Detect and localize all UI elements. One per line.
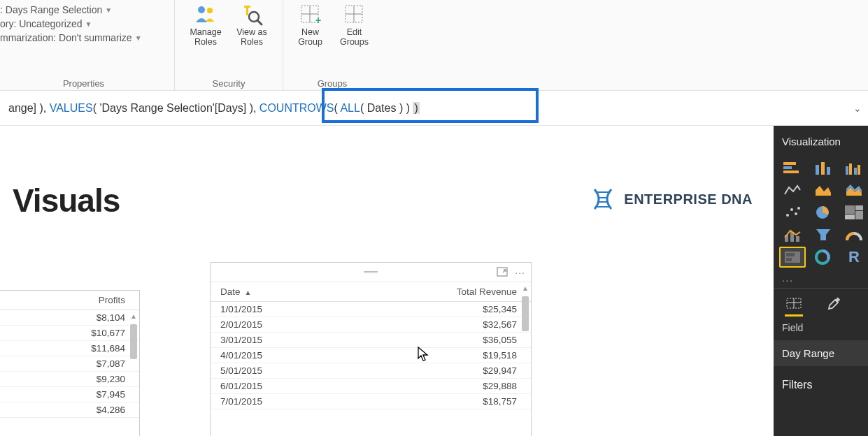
combo-chart-icon[interactable] <box>779 224 806 245</box>
scrollbar[interactable]: ▲ <box>521 284 529 436</box>
filters-header: Filters <box>774 366 868 397</box>
table-row[interactable]: 1/01/2015$25,345 <box>211 302 531 317</box>
report-canvas[interactable]: Visuals ENTERPRISE DNA Profits $8,104$10… <box>0 126 774 436</box>
r-visual-icon[interactable]: R <box>841 247 867 268</box>
table-row[interactable]: $7,087 <box>0 356 139 372</box>
caret-down-icon: ▼ <box>105 6 112 14</box>
formula-bar[interactable]: ange] ), VALUES( 'Days Range Selection'[… <box>0 91 868 126</box>
donut-chart-icon[interactable] <box>810 247 837 268</box>
stacked-bar-icon[interactable] <box>779 157 806 178</box>
svg-rect-50 <box>834 297 840 303</box>
ribbon: : Days Range Selection▼ ory: Uncategoriz… <box>0 0 868 91</box>
view-as-roles-icon <box>240 3 264 27</box>
fields-tab[interactable] <box>783 294 804 312</box>
sort-asc-icon: ▲ <box>245 289 252 296</box>
svg-rect-7 <box>310 6 318 14</box>
column-header-profits[interactable]: Profits <box>0 291 139 310</box>
table-row[interactable]: 5/01/2015$29,947 <box>211 363 531 379</box>
scroll-up-icon[interactable]: ▲ <box>521 284 529 293</box>
new-group-button[interactable]: + New Group <box>290 3 330 48</box>
column-header-revenue[interactable]: Total Revenue <box>342 282 531 302</box>
svg-point-32 <box>790 208 793 211</box>
clustered-column-icon[interactable] <box>841 157 867 178</box>
visualization-gallery: R <box>774 156 868 272</box>
table-row[interactable]: $11,684 <box>0 341 139 356</box>
svg-rect-12 <box>354 6 362 14</box>
group-label-properties: Properties <box>0 75 167 89</box>
caret-down-icon: ▼ <box>85 20 92 28</box>
svg-point-34 <box>797 207 800 210</box>
svg-rect-11 <box>346 6 354 14</box>
visualizations-header: Visualization <box>774 126 868 156</box>
svg-point-31 <box>786 214 789 217</box>
manage-roles-icon <box>194 3 218 27</box>
stacked-column-icon[interactable] <box>810 157 837 178</box>
visualizations-pane: Visualization R ... <box>774 126 868 436</box>
svg-rect-28 <box>849 164 852 175</box>
svg-rect-25 <box>821 162 825 175</box>
edit-groups-button[interactable]: Edit Groups <box>334 3 374 48</box>
svg-rect-44 <box>786 253 795 256</box>
brand-logo: ENTERPRISE DNA <box>589 185 753 213</box>
view-as-roles-button[interactable]: View as Roles <box>231 3 273 48</box>
svg-rect-8 <box>301 14 310 22</box>
scrollbar[interactable]: ▲ <box>129 312 138 436</box>
table-row[interactable]: 4/01/2015$19,518 <box>211 348 531 363</box>
field-well-value[interactable]: Day Range <box>774 340 868 366</box>
table-row[interactable]: $8,104 <box>0 310 139 326</box>
stacked-area-icon[interactable] <box>841 180 867 201</box>
format-tab[interactable] <box>823 294 844 312</box>
line-chart-icon[interactable] <box>779 180 806 201</box>
dna-icon <box>589 185 617 213</box>
area-chart-icon[interactable] <box>810 180 837 201</box>
drag-grip-icon[interactable] <box>364 271 378 273</box>
table-row[interactable]: $4,286 <box>0 402 139 418</box>
profits-table-visual[interactable]: Profits $8,104$10,677$11,684$7,087$9,230… <box>0 290 140 436</box>
svg-rect-23 <box>783 170 799 173</box>
slicer-icon[interactable] <box>779 247 806 268</box>
table-row[interactable]: 6/01/2015$29,888 <box>211 379 531 394</box>
svg-rect-36 <box>845 205 855 214</box>
svg-line-5 <box>257 20 262 24</box>
column-header-date[interactable]: Date▲ <box>211 282 342 302</box>
svg-rect-26 <box>827 167 830 175</box>
revenue-table-visual[interactable]: ··· Date▲ Total Revenue 1/01/2015$25,345… <box>210 262 532 436</box>
more-options-icon[interactable]: ··· <box>515 267 525 278</box>
new-group-icon: + <box>299 3 322 27</box>
svg-point-0 <box>198 6 205 13</box>
svg-rect-37 <box>855 205 863 210</box>
svg-rect-24 <box>816 165 819 175</box>
table-row[interactable]: $9,230 <box>0 372 139 387</box>
table-row[interactable]: $10,677 <box>0 326 139 341</box>
focus-mode-icon[interactable] <box>497 267 508 278</box>
pie-chart-icon[interactable] <box>810 202 837 223</box>
svg-rect-29 <box>854 168 857 175</box>
svg-rect-38 <box>855 211 863 219</box>
svg-rect-42 <box>796 236 799 242</box>
gauge-icon[interactable] <box>841 224 867 245</box>
caret-down-icon: ▼ <box>135 34 142 42</box>
funnel-icon[interactable] <box>810 224 837 245</box>
table-row[interactable]: 2/01/2015$32,567 <box>211 317 531 333</box>
table-row[interactable]: 7/01/2015$18,757 <box>211 394 531 409</box>
more-visuals-button[interactable]: ... <box>774 272 868 288</box>
page-title: Visuals <box>13 182 120 219</box>
group-label-groups: Groups <box>290 75 374 89</box>
scroll-up-icon[interactable]: ▲ <box>129 312 138 321</box>
svg-rect-3 <box>244 6 250 8</box>
formula-expand-button[interactable]: ⌄ <box>847 103 868 114</box>
table-row[interactable]: $7,945 <box>0 387 139 402</box>
treemap-icon[interactable] <box>841 202 867 223</box>
data-category-row[interactable]: ory: Uncategorized▼ <box>0 18 167 29</box>
manage-roles-button[interactable]: Manage Roles <box>185 3 227 48</box>
scatter-chart-icon[interactable] <box>779 202 806 223</box>
svg-point-1 <box>207 8 213 13</box>
svg-rect-45 <box>786 258 792 261</box>
table-row[interactable]: 3/01/2015$36,055 <box>211 333 531 348</box>
svg-point-33 <box>795 212 797 215</box>
scroll-thumb[interactable] <box>130 324 137 359</box>
svg-rect-6 <box>301 6 310 14</box>
summarization-row[interactable]: mmarization: Don't summarize▼ <box>0 32 167 43</box>
scroll-thumb[interactable] <box>522 296 529 331</box>
table-name-row[interactable]: : Days Range Selection▼ <box>0 4 167 15</box>
